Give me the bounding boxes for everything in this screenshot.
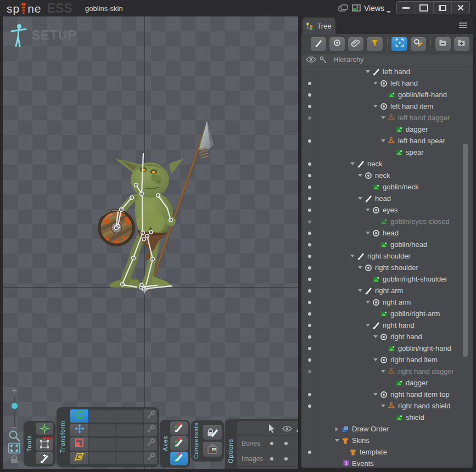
tree-row[interactable]: dagger xyxy=(301,123,473,135)
translate-value-field[interactable] xyxy=(116,424,144,437)
tree-row[interactable]: Draw Order xyxy=(301,423,473,435)
tree-row[interactable]: spear xyxy=(301,147,473,158)
scale-value-field[interactable] xyxy=(89,437,116,451)
expand-arrow[interactable] xyxy=(379,370,387,373)
bone-tool-button[interactable] xyxy=(311,37,326,51)
visibility-dot[interactable] xyxy=(308,243,311,246)
expand-arrow[interactable] xyxy=(379,404,387,407)
minimize-button[interactable] xyxy=(397,2,415,14)
visibility-dot[interactable] xyxy=(308,232,311,235)
scale-tool-button[interactable] xyxy=(70,437,89,451)
viewport-canvas[interactable]: SETUP xyxy=(3,16,298,469)
visibility-dot[interactable] xyxy=(308,174,311,177)
create-bone-tool-button[interactable] xyxy=(36,452,53,464)
expand-arrow[interactable] xyxy=(379,116,387,119)
expand-all-button[interactable] xyxy=(454,37,469,51)
tree-row[interactable]: goblin/right-shoulder xyxy=(301,273,473,285)
option-toggle-dot[interactable] xyxy=(284,442,288,445)
axes-translation-button[interactable] xyxy=(170,436,188,450)
compensate-images-button[interactable] xyxy=(203,442,222,457)
tree-row[interactable]: right hand xyxy=(301,331,473,342)
tree-row[interactable]: right hand item xyxy=(301,354,473,366)
tree-row[interactable]: right hand xyxy=(301,319,473,331)
tree-row[interactable]: right arm xyxy=(301,296,473,308)
translate-key-button[interactable] xyxy=(144,424,157,437)
expand-arrow[interactable] xyxy=(349,255,356,257)
expand-arrow[interactable] xyxy=(364,209,371,211)
collapse-all-button[interactable] xyxy=(435,37,451,51)
expand-arrow[interactable] xyxy=(356,266,363,269)
setup-mode-badge[interactable]: SETUP xyxy=(10,24,77,48)
visibility-dot[interactable] xyxy=(308,197,311,200)
filter-button[interactable] xyxy=(367,37,382,51)
option-toggle-dot[interactable] xyxy=(284,457,288,460)
visibility-dot[interactable] xyxy=(308,451,311,454)
tree-row[interactable]: right shoulder xyxy=(301,250,473,262)
visibility-dot[interactable] xyxy=(308,301,311,304)
expand-arrow[interactable] xyxy=(364,301,371,304)
tree-row[interactable]: neck xyxy=(301,158,473,170)
pose-tool-button[interactable] xyxy=(36,423,53,435)
tree-row[interactable]: right shoulder xyxy=(301,262,473,273)
visibility-dot[interactable] xyxy=(308,255,311,258)
compensate-bones-button[interactable] xyxy=(203,425,222,440)
maximize-button[interactable] xyxy=(415,2,433,14)
tree-row[interactable]: Skins xyxy=(301,435,473,446)
close-button[interactable] xyxy=(451,2,469,14)
panel-menu-button[interactable] xyxy=(459,23,467,29)
visibility-dot[interactable] xyxy=(308,404,311,408)
zoom-slider-handle[interactable] xyxy=(11,402,18,409)
tree-row[interactable]: left hand item xyxy=(301,100,473,112)
center-selection-button[interactable] xyxy=(391,37,407,51)
tree-row[interactable]: neck xyxy=(301,170,473,181)
expand-arrow[interactable] xyxy=(372,105,379,108)
expand-arrow[interactable] xyxy=(356,197,363,200)
option-toggle-dot[interactable] xyxy=(270,442,273,445)
expand-arrow[interactable] xyxy=(364,324,371,327)
visibility-dot[interactable] xyxy=(308,93,311,97)
shear-value-field[interactable] xyxy=(116,452,144,465)
tree-row[interactable]: right hand dagger xyxy=(301,366,473,377)
visibility-dot[interactable] xyxy=(308,105,311,108)
expand-arrow[interactable] xyxy=(372,358,379,361)
tree-row[interactable]: dagger xyxy=(301,377,473,389)
expand-arrow[interactable] xyxy=(372,393,379,396)
shear-tool-button[interactable] xyxy=(70,452,89,465)
tree-row[interactable]: right hand shield xyxy=(301,400,473,412)
visibility-dot[interactable] xyxy=(308,370,311,373)
visibility-dot[interactable] xyxy=(308,186,311,189)
tree-row[interactable]: left hand xyxy=(301,77,473,89)
expand-arrow[interactable] xyxy=(356,174,363,177)
option-toggle-dot[interactable] xyxy=(270,457,273,460)
visibility-dot[interactable] xyxy=(308,358,311,362)
visibility-dot[interactable] xyxy=(308,266,311,269)
tree-row[interactable]: goblin/head xyxy=(301,239,473,250)
axes-rotation-button[interactable] xyxy=(170,422,188,435)
visibility-dot[interactable] xyxy=(308,139,311,143)
rotate-value-field[interactable] xyxy=(89,409,144,423)
scale-key-button[interactable] xyxy=(144,437,157,451)
visibility-dot[interactable] xyxy=(308,82,311,85)
visibility-dot[interactable] xyxy=(308,220,311,223)
rotate-tool-button[interactable] xyxy=(70,409,89,423)
expand-arrow[interactable] xyxy=(364,70,371,73)
tree-row[interactable]: goblin/right-arm xyxy=(301,308,473,319)
expand-arrow[interactable] xyxy=(379,139,387,142)
tree-row[interactable]: goblin/neck xyxy=(301,181,473,193)
tree-scrollbar-thumb[interactable] xyxy=(463,144,468,357)
visibility-dot[interactable] xyxy=(308,162,311,166)
visibility-dot[interactable] xyxy=(308,278,311,281)
tree-row[interactable]: eyes xyxy=(301,204,473,216)
restore-button[interactable] xyxy=(433,2,451,14)
tree-row[interactable]: head xyxy=(301,193,473,204)
visibility-dot[interactable] xyxy=(308,324,311,327)
visibility-dot[interactable] xyxy=(308,347,311,350)
tab-tree[interactable]: Tree xyxy=(303,18,335,34)
zoom-in-button[interactable]: + xyxy=(8,386,20,396)
tree-row[interactable]: goblin/right-hand xyxy=(301,342,473,354)
tree-row[interactable]: right arm xyxy=(301,285,473,296)
tree-row[interactable]: goblin/left-hand xyxy=(301,89,473,100)
visibility-dot[interactable] xyxy=(308,335,311,339)
translate-tool-button[interactable] xyxy=(70,424,89,437)
tree-row[interactable]: goblin/eyes-closed xyxy=(301,216,473,227)
